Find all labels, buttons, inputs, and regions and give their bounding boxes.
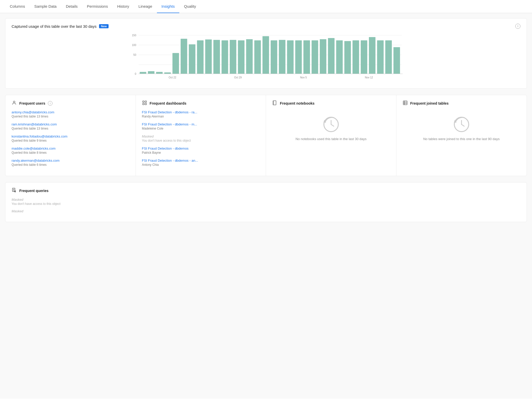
svg-rect-13 [172,53,179,74]
user-entry: konstantina.fotiadou@databricks.com Quer… [12,134,129,142]
svg-text:50: 50 [133,53,136,56]
svg-text:100: 100 [132,44,136,47]
svg-rect-22 [246,39,253,74]
tab-columns[interactable]: Columns [5,0,30,13]
svg-rect-10 [148,71,154,74]
svg-rect-25 [271,40,277,74]
tab-quality[interactable]: Quality [179,0,201,13]
svg-rect-47 [143,101,144,103]
query-entry: Masked [12,209,520,213]
frequent-joined-tables-section: Frequent joined tables No tables were jo… [396,95,527,176]
tab-details[interactable]: Details [61,0,82,13]
chart-title-row: Captured usage of this table over the la… [12,24,109,29]
svg-rect-51 [273,101,276,105]
user-entry: ram.krishnan@databricks.com Queried this… [12,122,129,130]
dashboard-name[interactable]: FSI Fraud Detection - dbdemos - ra... [142,110,260,114]
joined-tables-empty-state: No tables were joined to this one in the… [403,110,521,147]
dashboard-author: Randy Akerman [142,115,260,118]
query-no-access-text: You don't have access to this object [12,202,520,206]
svg-rect-37 [369,37,375,74]
user-query-count: Queried this table 13 times [12,127,129,130]
bar-chart-svg: 150 100 50 0 [12,33,520,84]
dashboard-name[interactable]: FSI Fraud Detection - dbdemos - an... [142,159,260,162]
user-entry: randy.akerman@databricks.com Queried thi… [12,159,129,167]
user-query-count: Queried this table 8 times [12,151,129,154]
user-entry: antony.chia@databricks.com Queried this … [12,110,129,118]
svg-rect-30 [312,40,318,74]
chart-header: Captured usage of this table over the la… [12,24,520,29]
svg-rect-34 [344,41,351,74]
query-masked-label: Masked [12,198,520,202]
svg-rect-12 [164,72,171,74]
svg-rect-48 [145,101,146,103]
dashboard-entry: FSI Fraud Detection - dbdemos - ra... Ra… [142,110,260,118]
svg-rect-18 [213,40,220,74]
svg-rect-38 [377,40,384,74]
users-info-icon[interactable]: i [48,101,52,106]
tab-bar: Columns Sample Data Details Permissions … [0,0,532,13]
frequent-notebooks-section: Frequent notebooks No notebooks used thi… [266,95,396,176]
tab-lineage[interactable]: Lineage [134,0,157,13]
svg-rect-35 [352,40,359,74]
notebooks-empty-text: No notebooks used this table in the last… [296,136,367,142]
frequent-users-title: Frequent users [19,101,45,105]
svg-rect-23 [254,40,261,74]
svg-rect-9 [140,72,146,74]
frequent-dashboards-title: Frequent dashboards [150,101,187,105]
svg-rect-16 [197,40,203,74]
user-email[interactable]: konstantina.fotiadou@databricks.com [12,134,129,138]
svg-rect-26 [279,40,285,74]
chart-info-icon[interactable]: i [515,24,520,29]
person-icon [12,100,17,106]
user-query-count: Queried this table 13 times [12,115,129,118]
dashboard-entry: FSI Fraud Detection - dbdemos - m... Mad… [142,122,260,130]
user-entry: maddie.cole@databricks.com Queried this … [12,147,129,154]
bar-chart: 150 100 50 0 [12,33,520,84]
queries-icon [12,188,17,194]
main-content: Captured usage of this table over the la… [0,13,532,399]
table-icon [403,100,408,106]
joined-tables-history-icon [453,115,471,133]
query-masked-label: Masked [12,209,520,213]
dashboard-author: Antony Chia [142,163,260,167]
svg-text:150: 150 [132,34,136,37]
dashboard-entry: FSI Fraud Detection - dbdemos Patrick Ba… [142,147,260,154]
svg-rect-50 [145,103,146,105]
dashboard-name[interactable]: FSI Fraud Detection - dbdemos [142,147,260,150]
user-email[interactable]: antony.chia@databricks.com [12,110,129,114]
svg-point-46 [13,101,15,103]
tab-permissions[interactable]: Permissions [82,0,113,13]
tab-sample-data[interactable]: Sample Data [30,0,61,13]
dashboard-entry: Masked You don't have access to this obj… [142,134,260,142]
dashboard-author: Patrick Bayne [142,151,260,154]
svg-rect-39 [385,40,392,74]
dashboard-list: FSI Fraud Detection - dbdemos - ra... Ra… [142,110,260,167]
frequent-queries-header: Frequent queries [12,188,520,194]
svg-text:Nov 5: Nov 5 [300,76,307,79]
user-query-count: Queried this table 6 times [12,163,129,167]
user-email[interactable]: maddie.cole@databricks.com [12,147,129,150]
joined-tables-empty-text: No tables were joined to this one in the… [423,136,500,142]
frequent-queries-title: Frequent queries [19,189,49,193]
query-entry: Masked You don't have access to this obj… [12,198,520,206]
masked-label: Masked [142,134,260,138]
frequent-users-section: Frequent users i antony.chia@databricks.… [5,95,136,176]
user-query-count: Queried this table 9 times [12,139,129,142]
no-access-text: You don't have access to this object [142,139,260,142]
notebook-icon [272,100,277,106]
notebooks-empty-state: No notebooks used this table in the last… [272,110,390,147]
svg-text:Oct 29: Oct 29 [234,76,242,79]
svg-text:Nov 12: Nov 12 [365,76,373,79]
tab-history[interactable]: History [112,0,134,13]
svg-rect-58 [403,101,407,105]
tab-insights[interactable]: Insights [157,0,180,13]
frequent-notebooks-title: Frequent notebooks [280,101,315,105]
frequent-dashboards-section: Frequent dashboards FSI Fraud Detection … [136,95,266,176]
user-email[interactable]: ram.krishnan@databricks.com [12,122,129,126]
dashboard-entry: FSI Fraud Detection - dbdemos - an... An… [142,159,260,167]
svg-rect-36 [361,40,367,74]
svg-text:0: 0 [135,72,136,75]
svg-rect-33 [336,40,343,74]
dashboard-name[interactable]: FSI Fraud Detection - dbdemos - m... [142,122,260,126]
user-email[interactable]: randy.akerman@databricks.com [12,159,129,162]
